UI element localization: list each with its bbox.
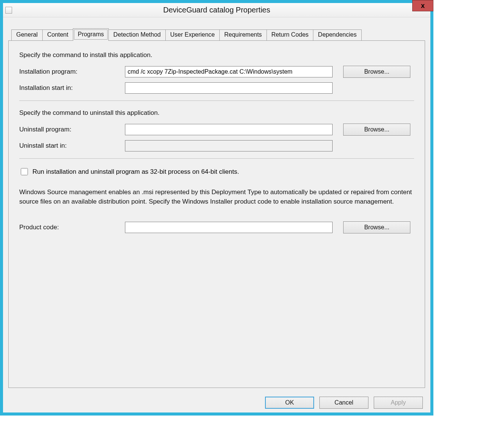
ok-button[interactable]: OK xyxy=(265,397,314,409)
run-32bit-label: Run installation and uninstall program a… xyxy=(32,168,239,176)
row-install-program: Installation program: Browse... xyxy=(19,66,414,78)
msi-description: Windows Source management enables an .ms… xyxy=(19,188,414,206)
run-32bit-checkbox-row[interactable]: Run installation and uninstall program a… xyxy=(19,167,414,176)
dialog-window: DeviceGuard catalog Properties x General… xyxy=(0,0,433,416)
browse-install-button[interactable]: Browse... xyxy=(343,66,410,78)
product-code-input[interactable] xyxy=(125,222,333,233)
tab-requirements[interactable]: Requirements xyxy=(219,29,267,40)
row-uninstall-program: Uninstall program: Browse... xyxy=(19,124,414,136)
titlebar: DeviceGuard catalog Properties x xyxy=(3,3,430,17)
window-title: DeviceGuard catalog Properties xyxy=(3,6,430,14)
tab-dependencies[interactable]: Dependencies xyxy=(313,29,361,40)
install-program-label: Installation program: xyxy=(19,68,125,76)
apply-button: Apply xyxy=(374,397,423,409)
tabstrip: General Content Programs Detection Metho… xyxy=(11,28,425,40)
uninstall-program-label: Uninstall program: xyxy=(19,126,125,133)
install-section-heading: Specify the command to install this appl… xyxy=(19,51,414,59)
separator xyxy=(19,100,414,101)
dialog-body: General Content Programs Detection Metho… xyxy=(3,17,430,388)
separator xyxy=(19,158,414,159)
dialog-footer: OK Cancel Apply xyxy=(265,397,423,409)
install-startin-label: Installation start in: xyxy=(19,84,125,92)
close-button[interactable]: x xyxy=(412,0,433,11)
uninstall-section-heading: Specify the command to uninstall this ap… xyxy=(19,109,414,117)
tab-general[interactable]: General xyxy=(11,29,43,40)
uninstall-program-input[interactable] xyxy=(125,124,333,135)
tab-programs[interactable]: Programs xyxy=(73,28,109,41)
row-uninstall-startin: Uninstall start in: xyxy=(19,140,414,151)
tab-return-codes[interactable]: Return Codes xyxy=(267,29,314,40)
browse-uninstall-button[interactable]: Browse... xyxy=(343,124,410,136)
tab-detection-method[interactable]: Detection Method xyxy=(108,29,165,40)
install-startin-input[interactable] xyxy=(125,82,333,94)
row-product-code: Product code: Browse... xyxy=(19,221,414,233)
tab-user-experience[interactable]: User Experience xyxy=(165,29,220,40)
row-install-startin: Installation start in: xyxy=(19,82,414,94)
system-menu-icon[interactable] xyxy=(5,7,12,14)
tab-content[interactable]: Content xyxy=(42,29,73,40)
browse-product-button[interactable]: Browse... xyxy=(343,221,410,233)
cancel-button[interactable]: Cancel xyxy=(319,397,368,409)
tab-panel-programs: Specify the command to install this appl… xyxy=(8,40,425,388)
uninstall-startin-input xyxy=(125,140,333,151)
install-program-input[interactable] xyxy=(125,66,333,77)
run-32bit-checkbox[interactable] xyxy=(21,168,28,175)
product-code-label: Product code: xyxy=(19,224,125,231)
uninstall-startin-label: Uninstall start in: xyxy=(19,142,125,150)
